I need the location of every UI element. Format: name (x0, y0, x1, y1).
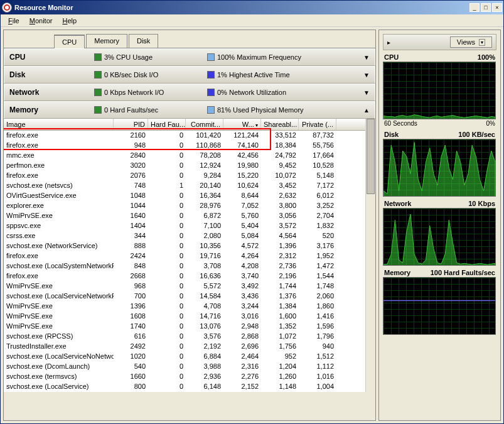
cell-image: TrustedInstaller.exe (4, 342, 114, 351)
tabstrip: CPU Memory Disk (4, 30, 375, 48)
cell-pv: 940 (299, 342, 336, 351)
disk-active-icon (207, 71, 215, 79)
col-pid[interactable]: PID (114, 119, 148, 130)
scrollbar[interactable] (365, 119, 375, 392)
cell-pid: 1640 (114, 212, 148, 220)
cell-image: perfmon.exe (4, 161, 114, 170)
table-row[interactable]: explorer.exe1044028,9767,0523,8003,252 (4, 201, 375, 211)
section-cpu-title: CPU (9, 53, 94, 62)
tab-cpu[interactable]: CPU (54, 35, 85, 48)
table-row[interactable]: WmiPrvSE.exe164006,8725,7603,0562,704 (4, 211, 375, 221)
cell-pv: 1,796 (299, 332, 336, 341)
minimize-button[interactable]: _ (469, 3, 480, 12)
cell-hf: 0 (148, 312, 186, 321)
chevron-down-icon: ▼ (363, 72, 370, 79)
cell-pid: 2424 (114, 252, 148, 261)
table-row[interactable]: sppsvc.exe140407,1005,4043,5721,832 (4, 221, 375, 231)
cell-sh: 3,452 (261, 182, 299, 190)
cell-ws: 15,220 (223, 171, 261, 180)
col-shareable[interactable]: Shareabl... (261, 119, 299, 130)
table-row[interactable]: firefox.exe207609,28415,22010,0725,148 (4, 171, 375, 181)
cell-hf: 0 (148, 372, 186, 381)
table-row[interactable]: WmiPrvSE.exe1740013,0762,9481,3521,596 (4, 322, 375, 332)
table-row[interactable]: firefox.exe2668016,6363,7402,1961,544 (4, 271, 375, 281)
menu-help[interactable]: Help (57, 16, 82, 26)
cell-pid: 2492 (114, 342, 148, 351)
table-row[interactable]: svchost.exe (LocalService)80006,1482,152… (4, 382, 375, 392)
titlebar[interactable]: Resource Monitor _ □ × (1, 1, 503, 14)
cell-sh: 1,148 (261, 383, 299, 391)
cell-pid: 344 (114, 232, 148, 241)
chart-memory-title: Memory (384, 269, 410, 276)
section-network-header[interactable]: Network 0 Kbps Network I/O 0% Network Ut… (4, 84, 375, 101)
collapse-arrow-icon[interactable]: ▸ (387, 39, 390, 46)
cell-hf: 0 (148, 332, 186, 341)
cell-image: svchost.exe (NetworkService) (4, 242, 114, 251)
table-row[interactable]: svchost.exe (LocalServiceNetworkR...7000… (4, 291, 375, 302)
table-row[interactable]: WmiPrvSE.exe139604,7083,2441,3841,860 (4, 302, 375, 312)
cell-ws: 2,316 (223, 362, 261, 371)
mem-hf-icon (94, 106, 102, 114)
table-row[interactable]: firefox.exe9480110,86874,14018,38455,756 (4, 141, 375, 151)
cell-image: firefox.exe (4, 171, 114, 180)
chart-network-title: Network (384, 200, 411, 207)
section-memory-header[interactable]: Memory 0 Hard Faults/sec 81% Used Physic… (4, 101, 375, 119)
tab-disk[interactable]: Disk (129, 34, 158, 48)
cell-commit: 3,988 (186, 362, 223, 371)
table-row[interactable]: TrustedInstaller.exe249202,1922,6961,756… (4, 342, 375, 352)
views-button[interactable]: Views▾ (450, 36, 492, 48)
table-row[interactable]: csrss.exe34402,0805,0844,564520 (4, 231, 375, 241)
chart-network (383, 208, 496, 266)
cell-hf: 0 (148, 272, 186, 281)
disk-io-icon (94, 71, 102, 79)
cell-ws: 3,740 (223, 272, 261, 281)
table-row[interactable]: svchost.exe (DcomLaunch)54003,9882,3161,… (4, 362, 375, 372)
col-workingset[interactable]: W... (223, 119, 261, 130)
cell-commit: 20,140 (186, 182, 223, 190)
cell-ws: 2,696 (223, 342, 261, 351)
table-row[interactable]: mmc.exe2840078,20842,45624,79217,664 (4, 151, 375, 161)
cell-pv: 10,528 (299, 161, 336, 170)
cell-image: svchost.exe (LocalServiceNoNetwork) (4, 352, 114, 361)
col-image[interactable]: Image (4, 119, 114, 130)
cell-commit: 4,708 (186, 302, 223, 311)
chart-cpu-max: 100% (478, 53, 495, 61)
col-commit[interactable]: Commit... (186, 119, 223, 130)
cpu-freq-icon (207, 53, 215, 61)
cell-pid: 2840 (114, 151, 148, 160)
maximize-button[interactable]: □ (481, 3, 491, 12)
table-row[interactable]: svchost.exe (NetworkService)888010,3564,… (4, 241, 375, 251)
cell-sh: 952 (261, 352, 299, 361)
table-row[interactable]: svchost.exe (RPCSS)61603,5762,8681,0721,… (4, 332, 375, 342)
close-button[interactable]: × (492, 3, 502, 12)
cell-ws: 8,644 (223, 192, 261, 200)
cell-commit: 9,284 (186, 171, 223, 180)
table-row[interactable]: OVirtGuestService.exe1048016,3648,6442,6… (4, 191, 375, 201)
cell-pv: 2,704 (299, 212, 336, 220)
cell-sh: 1,384 (261, 302, 299, 311)
col-hardfaults[interactable]: Hard Fau... (148, 119, 186, 130)
cell-sh: 18,384 (261, 141, 299, 150)
cell-image: WmiPrvSE.exe (4, 302, 114, 311)
scrollbar-thumb[interactable] (367, 119, 375, 194)
cell-commit: 14,716 (186, 312, 223, 321)
section-cpu-header[interactable]: CPU 3% CPU Usage 100% Maximum Frequency … (4, 48, 375, 66)
cell-pid: 800 (114, 383, 148, 391)
col-private[interactable]: Private (... (299, 119, 336, 130)
section-disk-header[interactable]: Disk 0 KB/sec Disk I/O 1% Highest Active… (4, 66, 375, 84)
cell-ws: 19,980 (223, 161, 261, 170)
cell-image: firefox.exe (4, 131, 114, 140)
table-row[interactable]: svchost.exe (termsvcs)166002,9362,2761,2… (4, 372, 375, 382)
table-row[interactable]: firefox.exe21600101,420121,24433,51287,7… (4, 131, 375, 141)
table-row[interactable]: perfmon.exe3020012,92419,9809,45210,528 (4, 161, 375, 171)
table-row[interactable]: WmiPrvSE.exe1608014,7163,0161,6001,416 (4, 312, 375, 322)
table-row[interactable]: svchost.exe (netsvcs)748120,14010,6243,4… (4, 181, 375, 191)
table-row[interactable]: firefox.exe2424019,7164,2642,3121,952 (4, 251, 375, 261)
tab-memory[interactable]: Memory (86, 34, 127, 48)
menu-file[interactable]: File (3, 16, 24, 26)
table-row[interactable]: svchost.exe (LocalSystemNetworkR...84803… (4, 261, 375, 271)
menu-monitor[interactable]: Monitor (24, 16, 58, 26)
table-row[interactable]: WmiPrvSE.exe96805,5723,4921,7441,748 (4, 281, 375, 291)
table-row[interactable]: svchost.exe (LocalServiceNoNetwork)10200… (4, 352, 375, 362)
cell-commit: 3,576 (186, 332, 223, 341)
